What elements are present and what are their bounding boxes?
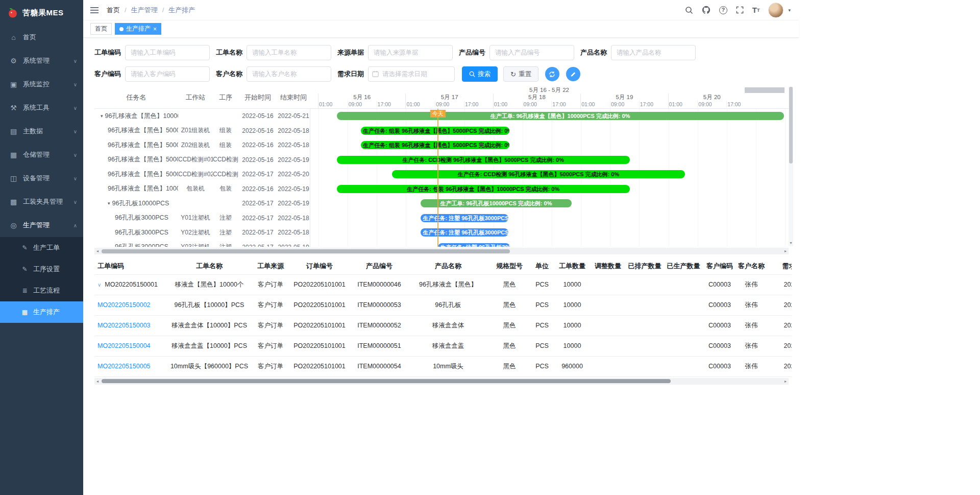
breadcrumb-item[interactable]: 首页 xyxy=(107,6,120,15)
gantt-bar-task[interactable]: 生产任务: 注塑 96孔孔板3000PCS 完成比例: 0% xyxy=(421,228,508,237)
gantt-cell: 2022-05-21 xyxy=(277,112,310,120)
gantt-hour-row: 01:0009:0017:00 xyxy=(318,101,405,108)
sidebar-item-workorder[interactable]: ✎生产工单 xyxy=(0,237,83,258)
workorder-code-input[interactable] xyxy=(125,45,210,60)
breadcrumb-item[interactable]: 生产排产 xyxy=(168,6,195,15)
app-logo[interactable]: 苦糖果MES xyxy=(0,0,83,26)
sidebar-item-tools[interactable]: ⚒系统工具∨ xyxy=(0,96,83,120)
expand-caret-icon[interactable]: ∨ xyxy=(97,282,101,288)
order-cell: 10000 xyxy=(554,336,591,356)
order-code-link[interactable]: MO202205150005 xyxy=(97,363,151,370)
order-cell: C00003 xyxy=(703,315,737,336)
tab-home[interactable]: 首页 xyxy=(90,23,112,35)
fullscreen-icon[interactable] xyxy=(736,6,744,14)
customer-code-input[interactable] xyxy=(125,66,210,82)
scrollbar-thumb[interactable] xyxy=(789,87,793,163)
gantt-bar-task[interactable]: 生产任务: 注塑 96孔孔板3000PCS 完成比例: 0% xyxy=(438,243,510,247)
gantt-task-row: 96孔移液盒【黑色】5000PCSZ01组装机组装2022-05-162022-… xyxy=(94,124,310,138)
gantt-bar-task[interactable]: 生产任务: 组装 96孔移液盒【黑色】5000PCS 完成比例: 0% xyxy=(361,141,509,149)
table-row: MO20220515000296孔孔板【10000】PCS客户订单PO20220… xyxy=(94,295,792,315)
order-cell xyxy=(664,315,703,336)
sidebar-item-flow[interactable]: ≣工艺流程 xyxy=(0,280,83,301)
product-code-input[interactable] xyxy=(489,45,574,60)
github-icon[interactable] xyxy=(702,6,710,14)
workorder-name-input[interactable] xyxy=(247,45,331,60)
search-button[interactable]: 搜索 xyxy=(462,66,498,82)
scrollbar-thumb[interactable] xyxy=(102,379,671,383)
gantt-cell: 2022-05-17 xyxy=(238,171,277,178)
gantt-bar-task[interactable]: 生产任务: 组装 96孔移液盒【黑色】5000PCS 完成比例: 0% xyxy=(361,127,509,135)
sync-circle-button[interactable] xyxy=(545,67,559,81)
scroll-left-arrow-icon[interactable]: ◂ xyxy=(94,378,101,385)
order-cell xyxy=(591,356,625,376)
gantt-scroll-indicator[interactable] xyxy=(745,87,785,93)
monitor-icon: ▣ xyxy=(9,80,18,88)
scroll-down-arrow-icon[interactable]: ▾ xyxy=(789,240,793,246)
gantt-cell: 注塑 xyxy=(213,214,238,222)
caret-down-icon[interactable]: ▾ xyxy=(788,8,791,13)
sidebar-item-equipment[interactable]: ◫设备管理∨ xyxy=(0,167,83,190)
hamburger-icon[interactable] xyxy=(90,7,99,14)
sidebar-item-warehouse[interactable]: ▦仓储管理∨ xyxy=(0,143,83,167)
tag-bar: 首页 生产排产 × xyxy=(83,20,799,38)
sidebar-item-production[interactable]: ◎生产管理∧ xyxy=(0,214,83,237)
order-code-cell: MO202205150004 xyxy=(94,336,166,356)
order-code-link[interactable]: MO202205150002 xyxy=(97,301,151,309)
today-line xyxy=(437,109,438,247)
scroll-left-arrow-icon[interactable]: ◂ xyxy=(94,248,101,254)
scrollbar-thumb[interactable] xyxy=(102,249,510,253)
gantt-cell: 2022-05-16 xyxy=(238,156,277,163)
sidebar-item-home[interactable]: ⌂首页 xyxy=(0,26,83,49)
sidebar-item-schedule[interactable]: ▦生产排产 xyxy=(0,301,83,323)
scroll-right-arrow-icon[interactable]: ▸ xyxy=(782,248,789,254)
sidebar-item-masterdata[interactable]: ▤主数据∨ xyxy=(0,120,83,143)
scroll-right-arrow-icon[interactable]: ▸ xyxy=(782,378,789,385)
demand-date-input[interactable] xyxy=(368,66,455,82)
sidebar-item-process[interactable]: ✎工序设置 xyxy=(0,258,83,280)
breadcrumb-separator: / xyxy=(125,6,127,14)
sidebar-item-system[interactable]: ⚙系统管理∨ xyxy=(0,49,83,73)
reset-button-label: 重置 xyxy=(519,70,531,79)
source-doc-input[interactable] xyxy=(368,45,453,60)
gantt-horizontal-scrollbar[interactable]: ◂ ▸ xyxy=(94,248,789,254)
gantt-bar-task[interactable]: 生产任务: 包装 96孔移液盒【黑色】10000PCS 完成比例: 0% xyxy=(337,185,630,193)
sidebar-item-fixture[interactable]: ▩工装夹具管理∨ xyxy=(0,190,83,214)
sidebar-item-monitor[interactable]: ▣系统监控∨ xyxy=(0,73,83,96)
search-icon[interactable] xyxy=(685,6,693,14)
tab-production-schedule[interactable]: 生产排产 × xyxy=(115,23,161,35)
breadcrumb-item[interactable]: 生产管理 xyxy=(131,6,158,15)
reset-button[interactable]: ↻ 重置 xyxy=(503,66,538,82)
customer-name-input[interactable] xyxy=(247,66,331,82)
close-icon[interactable]: × xyxy=(153,26,157,32)
order-cell: 客户订单 xyxy=(253,315,288,336)
top-navbar: 首页/生产管理/生产排产 ? TT ▾ xyxy=(83,0,799,20)
order-cell: 客户订单 xyxy=(253,336,288,356)
sidebar-item-label: 首页 xyxy=(23,33,36,42)
gantt-bar-workorder[interactable]: 生产工单: 96孔孔板10000PCS 完成比例: 0% xyxy=(421,199,571,207)
orders-column-header: 需求日期 xyxy=(766,258,792,274)
edit-circle-button[interactable] xyxy=(566,67,580,81)
warehouse-icon: ▦ xyxy=(9,151,18,159)
gantt-task-name-cell: 96孔移液盒【黑色】5000PCS xyxy=(94,141,178,150)
gantt-cell: 2022-05-18 xyxy=(277,229,310,236)
order-cell: C00003 xyxy=(703,295,737,315)
gantt-bar-task[interactable]: 生产任务: CCD检测 96孔移液盒【黑色】5000PCS 完成比例: 0% xyxy=(337,156,630,164)
chevron-down-icon: ∨ xyxy=(74,129,77,134)
order-cell: 2022-05 xyxy=(766,295,792,315)
gantt-vertical-scrollbar[interactable]: ▾ xyxy=(789,87,793,246)
gantt-bar-task[interactable]: 生产任务: 注塑 96孔孔板3000PCS 完成比例: 0% xyxy=(421,214,508,222)
gantt-cell: 2022-05-18 xyxy=(277,127,310,134)
orders-horizontal-scrollbar[interactable]: ◂ ▸ xyxy=(94,378,789,385)
product-name-input[interactable] xyxy=(611,45,696,60)
avatar[interactable] xyxy=(768,3,783,18)
order-code-link[interactable]: MO202205150004 xyxy=(97,342,151,349)
gantt-bar-workorder[interactable]: 生产工单: 96孔移液盒【黑色】10000PCS 完成比例: 0% xyxy=(337,112,784,120)
caret-down-icon[interactable]: ▾ xyxy=(101,113,103,119)
order-code-link[interactable]: MO202205150003 xyxy=(97,322,151,329)
gantt-cell: 包装机 xyxy=(178,184,213,193)
caret-down-icon[interactable]: ▾ xyxy=(108,201,110,206)
font-size-icon[interactable]: TT xyxy=(752,6,760,14)
order-cell: 10000 xyxy=(554,315,591,336)
question-icon[interactable]: ? xyxy=(719,6,727,14)
gantt-bar-task[interactable]: 生产任务: CCD检测 96孔移液盒【黑色】5000PCS 完成比例: 0% xyxy=(392,170,684,178)
